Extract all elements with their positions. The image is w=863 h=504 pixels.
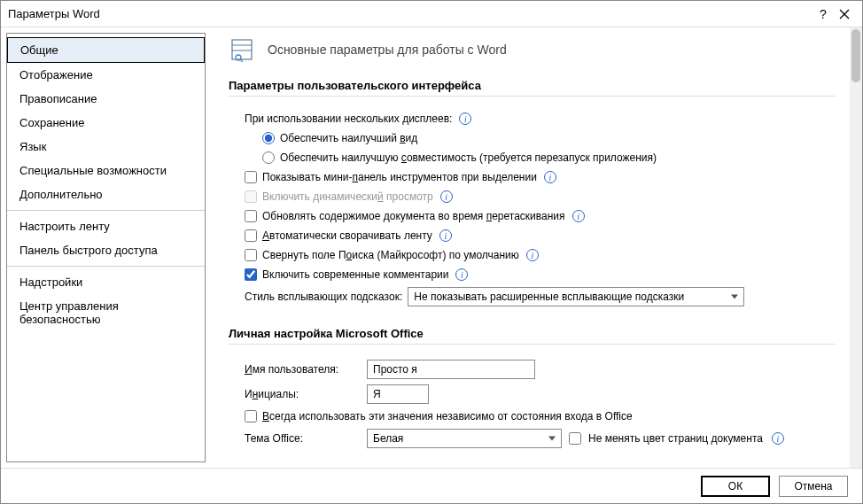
ok-button[interactable]: ОК bbox=[701, 476, 770, 497]
scrollbar-thumb[interactable] bbox=[851, 29, 860, 82]
info-icon[interactable]: i bbox=[526, 249, 539, 261]
initials-input[interactable] bbox=[367, 384, 429, 404]
info-icon[interactable]: i bbox=[572, 210, 585, 222]
sidebar-separator bbox=[7, 266, 205, 267]
svg-rect-2 bbox=[232, 40, 252, 59]
sidebar-item-trust-center[interactable]: Центр управления безопасностью bbox=[7, 294, 205, 331]
sidebar: Общие Отображение Правописание Сохранени… bbox=[6, 33, 206, 462]
sidebar-item-proofing[interactable]: Правописание bbox=[7, 87, 205, 111]
sidebar-item-addins[interactable]: Надстройки bbox=[7, 270, 205, 294]
tooltip-style-dropdown[interactable]: Не показывать расширенные всплывающие по… bbox=[408, 287, 744, 306]
chk-update-drag-label[interactable]: Обновлять содержимое документа во время … bbox=[262, 210, 565, 222]
chk-live-preview bbox=[245, 190, 257, 203]
sidebar-item-general[interactable]: Общие bbox=[7, 37, 205, 63]
section-personal-title: Личная настройка Microsoft Office bbox=[229, 327, 836, 345]
theme-dropdown[interactable]: Белая bbox=[367, 429, 562, 448]
radio-best-compat-label[interactable]: Обеспечить наилучшую совместимость (треб… bbox=[280, 151, 657, 164]
close-icon[interactable] bbox=[834, 4, 855, 25]
settings-icon bbox=[229, 36, 255, 63]
sidebar-item-qat[interactable]: Панель быстрого доступа bbox=[7, 238, 205, 262]
info-icon[interactable]: i bbox=[455, 268, 468, 281]
radio-best-view-label[interactable]: Обеспечить наилучший вид bbox=[280, 132, 417, 144]
radio-best-view[interactable] bbox=[262, 132, 275, 144]
chk-mini-toolbar-label[interactable]: Показывать мини-панель инструментов при … bbox=[262, 171, 537, 183]
info-icon[interactable]: i bbox=[772, 432, 784, 445]
chk-always-use[interactable] bbox=[245, 410, 257, 423]
chk-no-change-page-color[interactable] bbox=[569, 432, 581, 445]
chk-modern-comments[interactable] bbox=[245, 268, 257, 281]
chk-no-change-page-color-label[interactable]: Не менять цвет страниц документа bbox=[588, 432, 763, 445]
content-pane: Основные параметры для работы с Word Пар… bbox=[211, 27, 862, 468]
chk-modern-comments-label[interactable]: Включить современные комментарии bbox=[262, 268, 448, 281]
info-icon[interactable]: i bbox=[459, 112, 471, 125]
chk-always-use-label[interactable]: Всегда использовать эти значения независ… bbox=[262, 410, 633, 423]
chk-update-drag[interactable] bbox=[245, 210, 257, 222]
scrollbar[interactable] bbox=[850, 27, 862, 468]
chk-live-preview-label: Включить динамический просмотр bbox=[262, 190, 433, 203]
info-icon[interactable]: i bbox=[439, 229, 452, 242]
info-icon[interactable]: i bbox=[544, 171, 556, 183]
sidebar-item-save[interactable]: Сохранение bbox=[7, 111, 205, 135]
help-icon[interactable]: ? bbox=[812, 4, 834, 25]
chk-collapse-search[interactable] bbox=[245, 249, 257, 261]
sidebar-item-advanced[interactable]: Дополнительно bbox=[7, 182, 205, 206]
username-input[interactable] bbox=[367, 360, 535, 379]
cancel-button[interactable]: Отмена bbox=[779, 476, 848, 497]
window-title: Параметры Word bbox=[8, 7, 812, 20]
username-label: Имя пользователя: bbox=[245, 363, 360, 376]
tooltip-style-value: Не показывать расширенные всплывающие по… bbox=[414, 291, 684, 303]
sidebar-item-display[interactable]: Отображение bbox=[7, 63, 205, 87]
tooltip-style-label: Стиль всплывающих подсказок: bbox=[245, 291, 402, 303]
sidebar-item-language[interactable]: Язык bbox=[7, 135, 205, 159]
page-heading: Основные параметры для работы с Word bbox=[268, 43, 507, 57]
sidebar-item-accessibility[interactable]: Специальные возможности bbox=[7, 159, 205, 182]
multi-display-label: При использовании нескольких дисплеев: bbox=[245, 112, 452, 125]
chk-auto-collapse-ribbon[interactable] bbox=[245, 229, 257, 242]
chk-collapse-search-label[interactable]: Свернуть поле Поиска (Майкрософт) по умо… bbox=[262, 249, 519, 261]
sidebar-separator bbox=[7, 210, 205, 211]
chk-mini-toolbar[interactable] bbox=[245, 171, 257, 183]
radio-best-compat[interactable] bbox=[262, 151, 275, 164]
section-ui-title: Параметры пользовательского интерфейса bbox=[229, 79, 836, 97]
theme-value: Белая bbox=[373, 432, 403, 445]
info-icon[interactable]: i bbox=[440, 190, 453, 203]
sidebar-item-customize-ribbon[interactable]: Настроить ленту bbox=[7, 214, 205, 238]
initials-label: Инициалы: bbox=[245, 388, 360, 400]
chk-auto-collapse-ribbon-label[interactable]: Автоматически сворачивать ленту bbox=[262, 229, 432, 242]
theme-label: Тема Office: bbox=[245, 432, 360, 445]
